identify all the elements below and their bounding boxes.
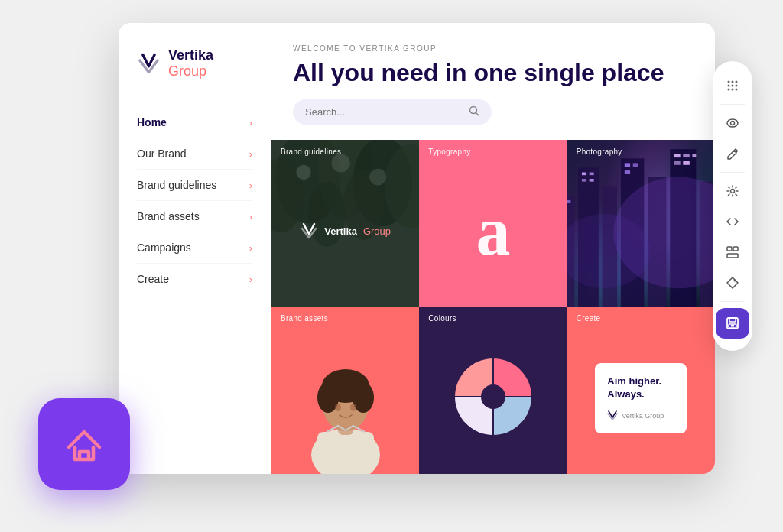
cell-label-create: Create bbox=[577, 314, 601, 323]
svg-point-10 bbox=[296, 165, 310, 180]
svg-point-64 bbox=[734, 280, 736, 282]
grid-cell-create[interactable]: Create Aim higher. Always. Vertika Group bbox=[567, 307, 715, 474]
edit-icon[interactable] bbox=[716, 138, 749, 169]
save-button[interactable] bbox=[716, 308, 749, 339]
brand-logo-overlay: Vertika Group bbox=[300, 222, 391, 240]
toolbar-divider-2 bbox=[720, 172, 745, 173]
svg-rect-28 bbox=[632, 163, 638, 167]
create-card: Aim higher. Always. Vertika Group bbox=[595, 363, 687, 433]
svg-rect-62 bbox=[733, 247, 738, 251]
logo-area: Vertika Group bbox=[137, 47, 252, 79]
svg-point-52 bbox=[728, 85, 730, 87]
svg-point-59 bbox=[731, 122, 735, 125]
svg-point-45 bbox=[350, 404, 356, 411]
logo-text: Vertika Group bbox=[168, 47, 252, 79]
typography-letter: a bbox=[476, 192, 510, 271]
layout-icon[interactable] bbox=[716, 237, 749, 268]
svg-point-51 bbox=[736, 81, 738, 83]
svg-point-57 bbox=[736, 89, 738, 91]
grid-dots-icon[interactable] bbox=[716, 70, 749, 101]
svg-point-53 bbox=[732, 85, 734, 87]
sidebar-item-brand-assets[interactable]: Brand assets › bbox=[137, 201, 252, 232]
sidebar-item-home[interactable]: Home › bbox=[137, 107, 252, 138]
svg-point-58 bbox=[727, 119, 738, 127]
grid-cell-photography[interactable]: Photography bbox=[567, 140, 715, 307]
sidebar-item-brand-guidelines[interactable]: Brand guidelines › bbox=[137, 170, 252, 201]
nav-label-brand-assets: Brand assets bbox=[137, 210, 200, 222]
svg-point-11 bbox=[331, 154, 349, 172]
hero-title: All you need in one single place bbox=[293, 59, 694, 87]
grid-cell-brand-assets[interactable]: Brand assets bbox=[271, 307, 419, 474]
sidebar-item-create[interactable]: Create › bbox=[137, 264, 252, 294]
svg-point-54 bbox=[736, 85, 738, 87]
svg-rect-25 bbox=[582, 179, 586, 182]
create-card-title: Aim higher. Always. bbox=[607, 375, 674, 401]
logo-brand: Vertika bbox=[168, 47, 213, 63]
svg-rect-26 bbox=[589, 179, 593, 182]
svg-rect-30 bbox=[674, 154, 681, 157]
overlay-brand-name: Vertika bbox=[324, 225, 357, 237]
grid-cell-colours[interactable]: Colours bbox=[419, 307, 567, 474]
svg-point-50 bbox=[732, 81, 734, 83]
search-input[interactable] bbox=[305, 106, 463, 118]
cell-label-typography: Typography bbox=[428, 148, 470, 156]
welcome-label: WELCOME TO VERTIKA GROUP bbox=[293, 44, 694, 53]
svg-rect-32 bbox=[692, 154, 696, 157]
toolbar-divider-1 bbox=[720, 104, 745, 105]
svg-rect-66 bbox=[729, 318, 736, 322]
svg-rect-34 bbox=[683, 161, 690, 165]
svg-point-60 bbox=[731, 190, 735, 193]
cell-label-brand-assets: Brand assets bbox=[281, 314, 328, 323]
tag-icon[interactable] bbox=[716, 268, 749, 298]
search-icon bbox=[469, 105, 479, 118]
svg-rect-38 bbox=[317, 432, 374, 474]
chevron-icon-home: › bbox=[249, 117, 252, 128]
svg-point-44 bbox=[335, 404, 341, 411]
code-icon[interactable] bbox=[716, 206, 749, 237]
nav-label-campaigns: Campaigns bbox=[137, 242, 191, 254]
chevron-icon-create: › bbox=[249, 274, 252, 285]
nav-label-brand-guidelines: Brand guidelines bbox=[137, 179, 216, 191]
browser-window: Vertika Group Home › Our Brand › Brand g… bbox=[119, 23, 715, 474]
svg-line-1 bbox=[476, 112, 479, 115]
grid-cell-typography[interactable]: Typography a bbox=[419, 140, 567, 307]
chevron-icon-campaigns: › bbox=[249, 242, 252, 254]
sidebar-item-campaigns[interactable]: Campaigns › bbox=[137, 232, 252, 264]
svg-rect-61 bbox=[727, 247, 732, 251]
chevron-icon-brand-assets: › bbox=[249, 211, 252, 222]
right-toolbar bbox=[713, 61, 752, 351]
toolbar-divider-3 bbox=[720, 301, 745, 302]
svg-point-56 bbox=[732, 89, 734, 91]
svg-rect-23 bbox=[582, 172, 586, 175]
cell-label-brand-guidelines: Brand guidelines bbox=[281, 148, 341, 156]
svg-rect-27 bbox=[624, 163, 629, 167]
svg-rect-31 bbox=[683, 154, 690, 157]
main-content: WELCOME TO VERTIKA GROUP All you need in… bbox=[271, 23, 715, 474]
person-illustration bbox=[296, 355, 395, 474]
logo-group: Group bbox=[168, 63, 206, 79]
pie-chart bbox=[451, 355, 535, 439]
sidebar-item-our-brand[interactable]: Our Brand › bbox=[137, 138, 252, 170]
overlay-group-name: Group bbox=[363, 225, 391, 237]
eye-icon[interactable] bbox=[716, 108, 749, 138]
svg-point-12 bbox=[369, 168, 386, 185]
home-app-icon[interactable] bbox=[38, 398, 130, 490]
svg-rect-21 bbox=[567, 200, 570, 203]
content-grid: Brand guidelines Vertika Group Typograph… bbox=[271, 140, 715, 474]
search-bar[interactable] bbox=[293, 99, 492, 125]
svg-rect-33 bbox=[674, 161, 681, 165]
city-svg bbox=[567, 140, 715, 307]
nav-label-home: Home bbox=[137, 116, 167, 128]
create-card-logo-text: Vertika Group bbox=[622, 412, 664, 420]
grid-cell-brand-guidelines[interactable]: Brand guidelines Vertika Group bbox=[271, 140, 419, 307]
svg-rect-63 bbox=[727, 254, 738, 258]
settings-icon[interactable] bbox=[716, 176, 749, 206]
svg-rect-24 bbox=[589, 172, 593, 175]
create-card-logo-icon bbox=[607, 410, 618, 421]
chevron-icon-our-brand: › bbox=[249, 148, 252, 160]
chevron-icon-brand-guidelines: › bbox=[249, 180, 252, 191]
svg-rect-29 bbox=[624, 170, 629, 174]
hero-section: WELCOME TO VERTIKA GROUP All you need in… bbox=[271, 23, 715, 140]
svg-point-49 bbox=[728, 81, 730, 83]
sidebar: Vertika Group Home › Our Brand › Brand g… bbox=[119, 23, 271, 474]
